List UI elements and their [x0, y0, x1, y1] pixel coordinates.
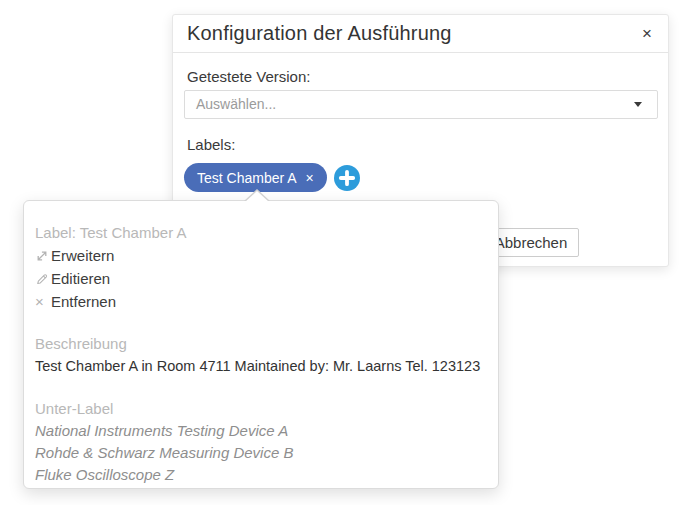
description-text: Test Chamber A in Room 4711 Maintained b…: [35, 355, 484, 378]
edit-action[interactable]: Editieren: [35, 267, 484, 290]
version-select-placeholder: Auswählen...: [196, 91, 276, 118]
edit-icon: [35, 271, 49, 286]
close-icon[interactable]: ×: [635, 22, 659, 46]
remove-icon: ×: [35, 294, 49, 309]
remove-tag-icon[interactable]: ×: [306, 171, 314, 185]
dialog-header: Konfiguration der Ausführung ×: [173, 15, 668, 53]
remove-action[interactable]: × Entfernen: [35, 290, 484, 313]
popover-title: Label: Test Chamber A: [35, 221, 484, 244]
sublabel-heading: Unter-Label: [35, 397, 484, 420]
labels-tag-row: Test Chamber A ×: [184, 163, 360, 192]
sublabel-item: Fluke Oscilloscope Z: [35, 464, 484, 486]
description-heading: Beschreibung: [35, 332, 484, 355]
version-select[interactable]: Auswählen...: [184, 90, 658, 119]
sublabel-item: Rohde & Schwarz Measuring Device B: [35, 442, 484, 464]
version-label: Getestete Version:: [187, 68, 310, 85]
label-tag[interactable]: Test Chamber A ×: [184, 163, 327, 192]
edit-action-label: Editieren: [51, 270, 110, 287]
expand-action-label: Erweitern: [51, 247, 114, 264]
page-background: Konfiguration der Ausführung × Getestete…: [0, 0, 681, 505]
chevron-down-icon: [634, 102, 642, 107]
add-label-button[interactable]: [334, 165, 360, 191]
dialog-title: Konfiguration der Ausführung: [187, 22, 452, 45]
sublabel-item: National Instruments Testing Device A: [35, 420, 484, 442]
labels-label: Labels:: [187, 136, 235, 153]
expand-action[interactable]: Erweitern: [35, 244, 484, 267]
label-popover: Label: Test Chamber A Erweitern Editiere…: [23, 200, 499, 489]
popover-caret-icon: [245, 191, 269, 202]
plus-icon: [334, 165, 360, 191]
remove-action-label: Entfernen: [51, 293, 116, 310]
label-tag-text: Test Chamber A: [197, 170, 297, 186]
expand-icon: [35, 249, 49, 263]
